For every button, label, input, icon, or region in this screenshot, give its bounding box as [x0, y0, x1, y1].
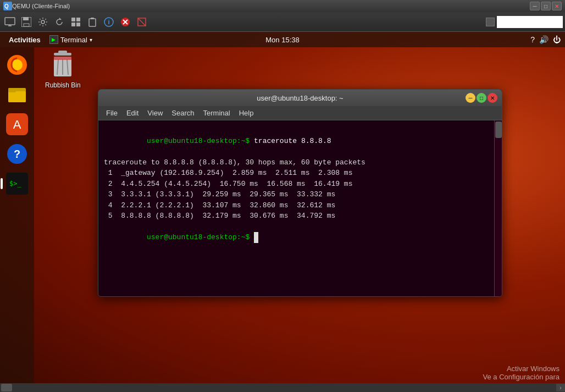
watermark: Activar Windows Ve a Configuración para	[483, 365, 560, 381]
activities-button[interactable]: Activities	[4, 36, 45, 44]
svg-rect-25	[8, 91, 26, 102]
term-line-4: 2 4.4.5.254 (4.4.5.254) 16.750 ms 16.568…	[104, 179, 496, 190]
rubbish-bin-icon[interactable]: Rubbish Bin	[43, 47, 83, 91]
svg-rect-39	[54, 57, 71, 60]
scroll-right-button[interactable]: ›	[556, 384, 565, 391]
watermark-line2: Ve a Configuración para	[483, 373, 560, 381]
panel-right: ? 🔊 ⏻	[530, 35, 561, 44]
terminal-content[interactable]: user@ubuntu18-desktop:~$ traceroute 8.8.…	[98, 120, 502, 296]
menu-search[interactable]: Search	[168, 108, 197, 118]
terminal-close-button[interactable]: ✕	[488, 93, 497, 103]
svg-rect-26	[8, 88, 16, 92]
lock-icon	[486, 18, 495, 26]
svg-text:Q: Q	[4, 3, 9, 9]
svg-rect-9	[71, 18, 75, 21]
terminal-panel-button[interactable]: ▶ Terminal ▾	[45, 35, 97, 44]
svg-rect-14	[91, 18, 94, 19]
svg-rect-34	[58, 51, 67, 53]
minimize-button[interactable]: ─	[530, 2, 540, 10]
menu-help[interactable]: Help	[236, 108, 257, 118]
svg-rect-11	[71, 23, 75, 26]
terminal-body: user@ubuntu18-desktop:~$ traceroute 8.8.…	[98, 120, 502, 296]
settings-button[interactable]	[35, 14, 51, 30]
term-line-6: 4 2.2.2.1 (2.2.2.1) 33.107 ms 32.860 ms …	[104, 200, 496, 211]
dock-terminal[interactable]: $>_	[4, 170, 30, 197]
term-line-7: 5 8.8.8.8 (8.8.8.8) 32.179 ms 30.676 ms …	[104, 211, 496, 222]
dock-appstore[interactable]: A	[4, 111, 30, 137]
desktop: Q QEMU (Cliente-Final) ─ □ ✕	[0, 0, 565, 392]
windows-button[interactable]	[68, 14, 84, 30]
refresh-button[interactable]	[52, 14, 67, 30]
clipboard-button[interactable]	[85, 14, 100, 30]
maximize-button[interactable]: □	[541, 2, 551, 10]
stop-button[interactable]	[118, 14, 133, 30]
watermark-line1: Activar Windows	[483, 365, 560, 373]
qemu-titlebar: Q QEMU (Cliente-Final) ─ □ ✕	[0, 0, 565, 12]
monitor-button[interactable]	[2, 14, 18, 30]
qemu-toolbar: i	[0, 12, 565, 32]
svg-text:A: A	[13, 118, 21, 131]
trash-can-svg	[49, 49, 76, 79]
help-panel-icon[interactable]: ?	[530, 35, 535, 44]
dock-firefox[interactable]	[4, 52, 30, 78]
menu-view[interactable]: View	[144, 108, 166, 118]
svg-rect-2	[5, 18, 15, 25]
terminal-titlebar: user@ubuntu18-desktop: ~ ─ □ ✕	[98, 90, 502, 106]
rubbish-bin-label: Rubbish Bin	[45, 81, 81, 89]
dock-help[interactable]: ?	[4, 141, 30, 167]
dock-files[interactable]	[4, 81, 30, 108]
svg-point-8	[41, 20, 45, 24]
menu-edit[interactable]: Edit	[123, 108, 142, 118]
terminal-window-title: user@ubuntu18-desktop: ~	[257, 94, 343, 102]
term-line-8: user@ubuntu18-desktop:~$	[104, 222, 496, 254]
svg-rect-6	[23, 17, 29, 20]
cursor	[254, 232, 258, 243]
term-cmd-1: traceroute 8.8.8.8	[254, 137, 331, 145]
terminal-minimize-button[interactable]: ─	[466, 93, 475, 103]
terminal-panel-icon: ▶	[49, 35, 58, 44]
term-line-3: 1 _gateway (192.168.9.254) 2.859 ms 2.51…	[104, 168, 496, 179]
ubuntu-dock: A ? $>_	[0, 47, 34, 392]
svg-rect-7	[24, 24, 29, 26]
info-button[interactable]: i	[101, 14, 117, 30]
term-prompt-1: user@ubuntu18-desktop:~$	[147, 137, 254, 145]
window-controls: ─ □ ✕	[530, 2, 562, 10]
scrollbar-thumb[interactable]	[495, 122, 502, 138]
term-line-1: user@ubuntu18-desktop:~$ traceroute 8.8.…	[104, 125, 496, 157]
term-line-5: 3 3.3.3.1 (3.3.3.1) 29.259 ms 29.365 ms …	[104, 189, 496, 200]
svg-text:?: ?	[14, 148, 20, 160]
terminal-menubar: File Edit View Search Terminal Help	[98, 106, 502, 120]
svg-line-21	[138, 18, 146, 26]
qemu-title: QEMU (Cliente-Final)	[12, 3, 530, 9]
svg-rect-13	[89, 19, 96, 26]
terminal-dropdown-arrow[interactable]: ▾	[90, 37, 92, 43]
term-line-2: traceroute to 8.8.8.8 (8.8.8.8), 30 hops…	[104, 157, 496, 168]
terminal-maximize-button[interactable]: □	[477, 93, 486, 103]
horizontal-scrollbar-thumb[interactable]	[1, 384, 12, 391]
terminal-window-controls: ─ □ ✕	[466, 93, 497, 103]
terminal-window: user@ubuntu18-desktop: ~ ─ □ ✕ File Edit…	[98, 89, 502, 297]
close-button[interactable]: ✕	[552, 2, 562, 10]
svg-rect-12	[76, 23, 80, 26]
floppy-button[interactable]	[19, 14, 34, 30]
special-button[interactable]	[134, 14, 149, 30]
qemu-search-input[interactable]	[497, 16, 563, 28]
svg-rect-10	[76, 18, 80, 21]
terminal-scrollbar[interactable]	[494, 120, 502, 296]
power-panel-icon[interactable]: ⏻	[553, 35, 561, 44]
menu-terminal[interactable]: Terminal	[200, 108, 234, 118]
bottom-scrollbar[interactable]: ›	[0, 383, 565, 392]
svg-text:i: i	[108, 19, 109, 25]
svg-text:$>_: $>_	[9, 180, 21, 187]
menu-file[interactable]: File	[103, 108, 121, 118]
terminal-panel-label: Terminal	[60, 36, 87, 44]
ubuntu-panel: Activities ▶ Terminal ▾ Mon 15:38 ? 🔊 ⏻	[0, 32, 565, 47]
panel-clock: Mon 15:38	[265, 36, 299, 44]
volume-panel-icon[interactable]: 🔊	[539, 35, 549, 44]
qemu-icon: Q	[3, 2, 12, 10]
term-prompt-2: user@ubuntu18-desktop:~$	[147, 233, 254, 241]
